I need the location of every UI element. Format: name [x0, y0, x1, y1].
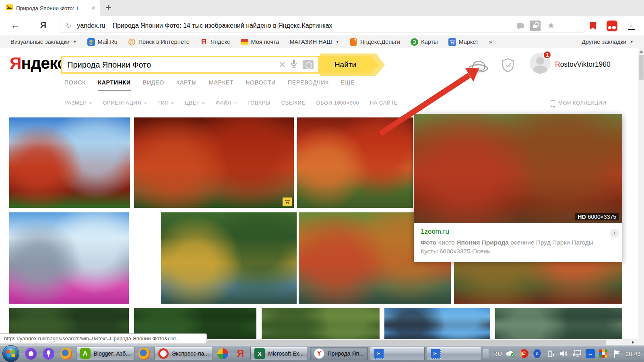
complaint-info-icon[interactable]: ! — [610, 229, 619, 238]
green-misty-mountain-photo[interactable] — [495, 308, 622, 339]
search-at-icon: @ — [128, 38, 136, 46]
vertical-scroll-thumb[interactable] — [639, 55, 644, 80]
taskbar-icon-pinwheel[interactable] — [214, 345, 232, 362]
protect-unlocked-icon[interactable] — [530, 21, 541, 31]
service-tab-маркет[interactable]: МАРКЕТ — [209, 79, 233, 90]
taskbar-window-snip[interactable]: ✂ — [427, 347, 481, 360]
service-tab-новости[interactable]: НОВОСТИ — [246, 79, 276, 90]
image-search-camera-icon[interactable] — [303, 60, 314, 69]
browser-menu-button[interactable]: Я — [40, 20, 46, 30]
tab-close-icon[interactable]: ✕ — [91, 5, 96, 11]
hidden-icons-button[interactable] — [482, 349, 489, 359]
bookmark-item[interactable]: МАГАЗИН НАШ▼ — [289, 39, 339, 45]
result-preview-image[interactable]: HD6000×3375 — [414, 114, 622, 223]
filter-обои-644×362[interactable]: ОБОИ 644×362 — [316, 100, 359, 106]
service-tab-переводчик[interactable]: ПЕРЕВОДЧИК — [288, 79, 329, 90]
service-tab-ещё[interactable]: ЕЩЁ — [341, 79, 355, 90]
blue-sky-dark-pagoda-photo[interactable] — [384, 308, 490, 339]
other-bookmarks-button[interactable]: Другие закладки ▼ — [582, 39, 634, 45]
microphone-icon[interactable] — [291, 60, 297, 70]
new-tab-button[interactable]: + — [105, 2, 111, 13]
filter-свежие[interactable]: СВЕЖИЕ — [281, 100, 305, 106]
cloud-sync-icon[interactable] — [506, 349, 515, 358]
autumn-red-trees-blue-sky-photo[interactable] — [9, 117, 130, 208]
service-tab-поиск[interactable]: ПОИСК — [64, 79, 86, 90]
filter-товары[interactable]: ТОВАРЫ — [247, 100, 270, 106]
chevron-down-icon — [202, 101, 205, 104]
shield-check-icon[interactable] — [502, 58, 514, 74]
downloads-icon[interactable] — [628, 22, 635, 30]
yandex-logo[interactable]: Яндекс — [10, 54, 66, 73]
filter-файл[interactable]: ФАЙЛ — [216, 100, 236, 106]
taskbar-icon-yandex-red[interactable]: Я — [232, 345, 250, 362]
teamviewer-icon[interactable]: ↔ — [586, 349, 595, 358]
taskbar-window-excel[interactable]: XMicrosoft Ex... — [250, 347, 308, 360]
search-box[interactable]: ✕ — [61, 56, 320, 74]
hex-c-icon[interactable]: c — [533, 349, 542, 358]
bookmarks-bar: Визуальные закладки▼@Mail.Ru@Поиск в Инт… — [0, 35, 644, 48]
bookmark-item[interactable]: Моя почта — [241, 38, 279, 46]
reload-icon[interactable]: ↻ — [66, 22, 71, 30]
clock[interactable]: 20:43 — [625, 350, 641, 357]
comments-icon[interactable] — [517, 23, 524, 28]
network-monitor-icon[interactable] — [572, 349, 582, 358]
address-bar[interactable]: ↻ yandex.ru Природа Японии Фото: 14 тыс … — [60, 19, 583, 33]
favorite-star-icon[interactable]: ★ — [547, 21, 555, 30]
search-input[interactable] — [67, 60, 274, 70]
hat-icon[interactable] — [468, 59, 489, 75]
chevron-down-icon: ▼ — [630, 40, 634, 44]
pine-golden-pavilion-photo[interactable] — [161, 212, 297, 304]
back-button[interactable]: ← — [10, 19, 20, 31]
taskbar-window-blogger[interactable]: ABlogger: Азб... — [76, 347, 134, 360]
ccleaner-icon[interactable]: C — [519, 349, 528, 358]
bookmark-item[interactable]: @Поиск в Интернете — [128, 38, 190, 46]
scroll-right-arrow-icon[interactable] — [632, 341, 634, 344]
collections-icon[interactable] — [607, 21, 617, 31]
bookmark-item[interactable]: » — [489, 39, 492, 45]
maps-icon — [411, 38, 418, 46]
service-tab-карты[interactable]: КАРТЫ — [176, 79, 197, 90]
bookmark-item[interactable]: Маркет — [448, 38, 479, 46]
vertical-scrollbar[interactable] — [638, 48, 644, 345]
green-hills-house-photo[interactable] — [262, 308, 380, 339]
bookmark-item[interactable]: @Mail.Ru — [87, 38, 118, 46]
service-tab-видео[interactable]: ВИДЕО — [143, 79, 164, 90]
browser-tab[interactable]: Природа Японии Фото: 1 ✕ — [0, 0, 100, 16]
filter-на-сайте[interactable]: НА САЙТЕ — [370, 100, 398, 106]
red-temple-pagoda-autumn-photo[interactable] — [134, 117, 294, 208]
username[interactable]: RostovViktor1960 — [555, 60, 611, 69]
bookmark-flag-icon[interactable] — [590, 22, 596, 30]
chevron-down-icon — [144, 101, 147, 104]
bookmark-item[interactable]: ЯЯндекс — [200, 38, 230, 46]
taskbar-window-opera[interactable]: Экспресс-па... — [154, 347, 213, 360]
power-plug-icon[interactable] — [546, 349, 555, 358]
taskbar-icon-firefox[interactable] — [135, 345, 153, 362]
bookmark-item[interactable]: Визуальные закладки▼ — [10, 39, 77, 45]
filter-ориентация[interactable]: ОРИЕНТАЦИЯ — [103, 100, 147, 106]
start-button[interactable] — [2, 345, 19, 362]
filter-размер[interactable]: РАЗМЕР — [64, 100, 92, 106]
image-result-card[interactable]: HD6000×3375 1zoom.ru Фото Киото Япония П… — [414, 114, 622, 262]
taskbar-window-snip[interactable]: ✂ — [370, 347, 425, 360]
taskbar-icon-firefox[interactable] — [57, 345, 75, 362]
my-collections-link[interactable]: МОИ КОЛЛЕКЦИИ — [551, 100, 606, 106]
speaker-icon[interactable] — [559, 349, 568, 358]
filter-тип[interactable]: ТИП — [157, 100, 174, 106]
taskbar-window-yandex-circle[interactable]: YПрирода Яп... — [310, 347, 368, 360]
taskbar-icon-mic-app[interactable] — [39, 345, 57, 362]
source-site-link[interactable]: 1zoom.ru — [421, 228, 606, 236]
rubik-cube-icon[interactable] — [599, 349, 608, 358]
scroll-up-arrow-icon[interactable] — [640, 50, 643, 53]
language-indicator[interactable]: RU — [493, 350, 502, 357]
image-description: Фото Киото Япония Природа осенние Пруд П… — [421, 238, 606, 256]
taskbar-icon-alice[interactable] — [22, 345, 39, 362]
white-flag-icon[interactable] — [612, 349, 621, 358]
filter-цвет[interactable]: ЦВЕТ — [185, 100, 205, 106]
service-tab-картинки[interactable]: КАРТИНКИ — [98, 79, 131, 90]
bookmark-item[interactable]: Карты — [411, 38, 438, 46]
find-button[interactable]: Найти — [320, 56, 378, 74]
mount-fuji-pink-flowers-photo[interactable] — [9, 212, 129, 304]
clear-search-icon[interactable]: ✕ — [279, 60, 286, 70]
red-bridge-autumn-photo[interactable] — [297, 117, 413, 208]
bookmark-item[interactable]: Яндекс.Деньги — [350, 38, 400, 46]
